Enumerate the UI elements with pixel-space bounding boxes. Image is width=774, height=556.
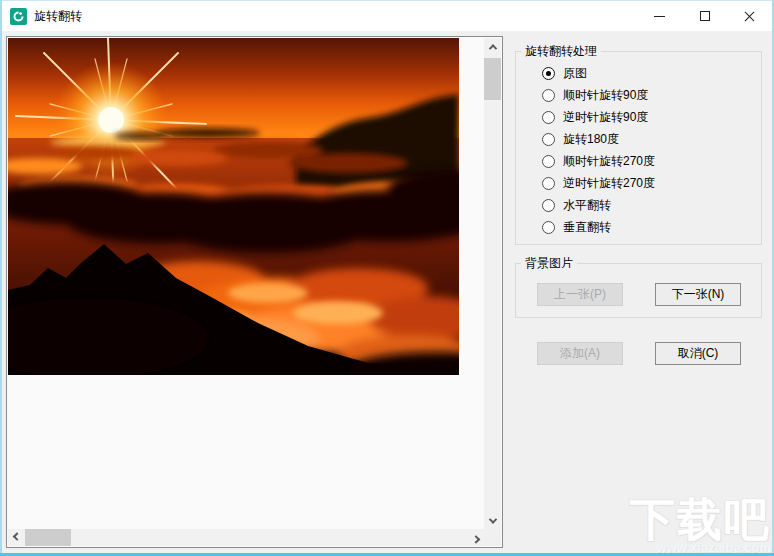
radio-icon (542, 67, 555, 80)
radio-option-original[interactable]: 原图 (542, 65, 587, 81)
maximize-icon (700, 11, 710, 21)
watermark: 下载吧 www.xiazaiba.com (630, 496, 771, 555)
radio-icon (542, 111, 555, 124)
close-button[interactable] (727, 1, 772, 31)
cancel-button[interactable]: 取消(C) (655, 342, 741, 365)
chevron-down-icon (488, 515, 496, 523)
watermark-text: 下载吧 (630, 496, 771, 544)
minimize-button[interactable] (637, 1, 682, 31)
scroll-down-button[interactable] (484, 512, 501, 529)
scrollbar-corner (484, 529, 501, 546)
radio-option-ccw-90[interactable]: 逆时针旋转90度 (542, 109, 648, 125)
radio-option-ccw-270[interactable]: 逆时针旋转270度 (542, 175, 655, 191)
radio-option-flip-horizontal[interactable]: 水平翻转 (542, 197, 611, 213)
close-icon (743, 10, 756, 23)
radio-icon (542, 155, 555, 168)
radio-icon (542, 177, 555, 190)
vertical-scrollbar[interactable] (484, 38, 501, 529)
radio-option-cw-270[interactable]: 顺时针旋转270度 (542, 153, 655, 169)
rotate-flip-group-title: 旋转翻转处理 (521, 44, 601, 58)
radio-option-180[interactable]: 旋转180度 (542, 131, 619, 147)
app-icon (10, 8, 27, 25)
minimize-icon (654, 16, 665, 17)
titlebar: 旋转翻转 (2, 1, 772, 31)
chevron-left-icon (12, 532, 20, 540)
vertical-scroll-thumb[interactable] (484, 58, 501, 100)
maximize-button[interactable] (682, 1, 727, 31)
radio-icon (542, 133, 555, 146)
scroll-up-button[interactable] (484, 38, 501, 55)
horizontal-scroll-thumb[interactable] (25, 529, 71, 546)
window-border-left (0, 0, 2, 556)
radio-option-flip-vertical[interactable]: 垂直翻转 (542, 219, 611, 235)
chevron-right-icon (471, 535, 479, 543)
preview-image (8, 38, 459, 375)
radio-icon (542, 221, 555, 234)
next-button[interactable]: 下一张(N) (655, 283, 741, 306)
previous-button[interactable]: 上一张(P) (537, 283, 623, 306)
add-button[interactable]: 添加(A) (537, 342, 623, 365)
radio-option-cw-90[interactable]: 顺时针旋转90度 (542, 87, 648, 103)
background-image-group-title: 背景图片 (521, 256, 577, 270)
chevron-up-icon (488, 44, 496, 52)
rotate-flip-dialog: 旋转翻转 (0, 0, 774, 556)
scroll-left-button[interactable] (8, 529, 25, 546)
window-title: 旋转翻转 (34, 8, 637, 25)
horizontal-scrollbar[interactable] (8, 529, 484, 546)
image-viewer-panel (6, 36, 503, 548)
radio-icon (542, 89, 555, 102)
scroll-right-button[interactable] (467, 529, 484, 546)
radio-icon (542, 199, 555, 212)
rotate-flip-group: 旋转翻转处理 原图 顺时针旋转90度 逆时针旋转90度 旋转180度 顺时针旋转… (515, 51, 762, 245)
